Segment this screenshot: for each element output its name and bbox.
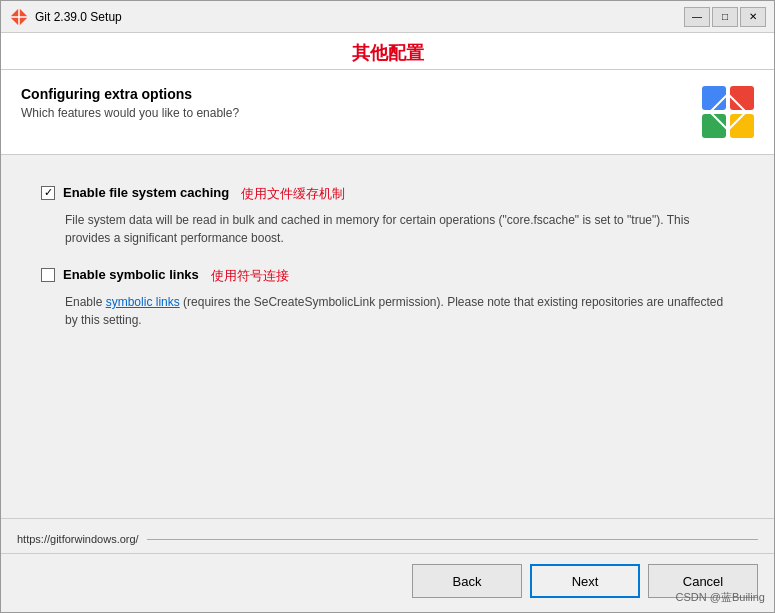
symlinks-description: Enable symbolic links (requires the SeCr… xyxy=(65,293,734,329)
next-button[interactable]: Next xyxy=(530,564,640,598)
symlinks-checkbox[interactable] xyxy=(41,268,55,282)
app-icon xyxy=(9,7,29,27)
setup-window: Git 2.39.0 Setup — □ ✕ 其他配置 Configuring … xyxy=(0,0,775,613)
button-row: Back Next Cancel xyxy=(1,553,774,612)
symlinks-checkbox-wrap: Enable symbolic links xyxy=(41,267,199,282)
window-title: Git 2.39.0 Setup xyxy=(35,10,684,24)
chinese-section-title: 其他配置 xyxy=(1,33,774,70)
minimize-button[interactable]: — xyxy=(684,7,710,27)
symlinks-chinese: 使用符号连接 xyxy=(211,267,289,285)
content-area: Enable file system caching 使用文件缓存机制 File… xyxy=(1,155,774,518)
window-controls: — □ ✕ xyxy=(684,7,766,27)
option-symlinks-row: Enable symbolic links 使用符号连接 xyxy=(41,267,734,285)
watermark: CSDN @蓝Builing xyxy=(676,590,765,605)
file-caching-checkbox-wrap: Enable file system caching xyxy=(41,185,229,200)
footer-url: https://gitforwindows.org/ xyxy=(17,533,139,545)
header-text: Configuring extra options Which features… xyxy=(21,86,239,120)
page-subheading: Which features would you like to enable? xyxy=(21,106,239,120)
footer-section: https://gitforwindows.org/ xyxy=(1,518,774,553)
file-caching-label: Enable file system caching xyxy=(63,185,229,200)
svg-rect-4 xyxy=(730,86,754,110)
header-logo xyxy=(702,86,754,138)
svg-rect-5 xyxy=(702,114,726,138)
page-heading: Configuring extra options xyxy=(21,86,239,102)
back-button[interactable]: Back xyxy=(412,564,522,598)
svg-rect-3 xyxy=(702,86,726,110)
file-caching-description: File system data will be read in bulk an… xyxy=(65,211,734,247)
symbolic-links-link[interactable]: symbolic links xyxy=(106,295,180,309)
file-caching-checkbox[interactable] xyxy=(41,186,55,200)
close-button[interactable]: ✕ xyxy=(740,7,766,27)
option-file-caching-row: Enable file system caching 使用文件缓存机制 xyxy=(41,185,734,203)
svg-rect-6 xyxy=(730,114,754,138)
footer-divider xyxy=(147,539,758,540)
maximize-button[interactable]: □ xyxy=(712,7,738,27)
title-bar: Git 2.39.0 Setup — □ ✕ xyxy=(1,1,774,33)
header-section: Configuring extra options Which features… xyxy=(1,70,774,155)
symlinks-label: Enable symbolic links xyxy=(63,267,199,282)
footer-url-row: https://gitforwindows.org/ xyxy=(17,527,758,545)
file-caching-chinese: 使用文件缓存机制 xyxy=(241,185,345,203)
